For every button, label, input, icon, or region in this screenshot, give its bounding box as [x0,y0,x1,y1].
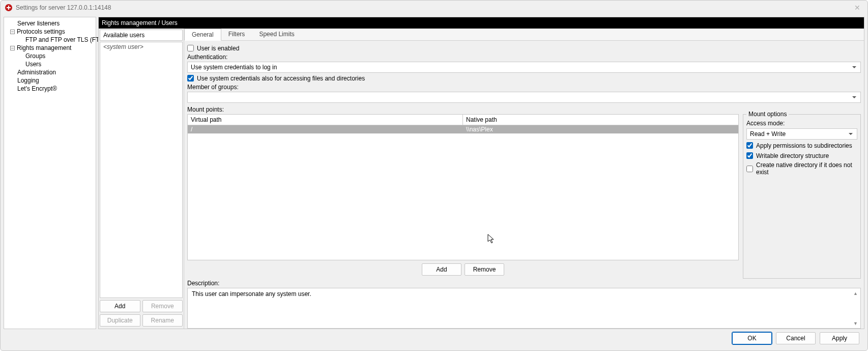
mount-virtual-path: / [188,125,463,133]
mount-options-legend: Mount options [746,111,789,118]
app-icon [5,4,13,12]
create-native-checkbox[interactable] [746,166,753,172]
nav-logging[interactable]: Logging [5,76,95,85]
authentication-value: Use system credentials to log in [191,64,277,71]
nav-lets-encrypt[interactable]: Let's Encrypt® [5,85,95,93]
available-users-header: Available users [100,30,183,41]
col-virtual-path[interactable]: Virtual path [188,115,463,125]
apply-button[interactable]: Apply [820,332,859,344]
mount-add-button[interactable]: Add [422,263,461,276]
apply-perms-checkbox[interactable] [746,142,753,149]
nav-tree: Server listeners Protocols settings FTP … [4,17,96,329]
access-mode-label: Access mode: [746,120,857,127]
mount-points-table[interactable]: Virtual path Native path / \\nas\Plex [187,114,739,260]
user-enabled-label: User is enabled [197,45,239,52]
close-icon[interactable]: ✕ [851,4,863,12]
description-label: Description: [187,280,861,287]
scroll-down-icon[interactable]: ▼ [852,319,859,327]
nav-ftp-ftps[interactable]: FTP and FTP over TLS (FTPS) [5,36,95,44]
tree-expand-icon[interactable] [10,46,15,50]
mount-row-selected[interactable]: / \\nas\Plex [188,125,738,133]
scroll-up-icon[interactable]: ▲ [852,289,859,297]
use-sys-credentials-label: Use system credentials also for accessin… [197,75,365,82]
member-groups-label: Member of groups: [187,84,861,91]
users-rename-button[interactable]: Rename [142,314,183,327]
svg-rect-2 [8,6,9,10]
tree-expand-icon[interactable] [10,30,15,34]
available-users-list[interactable]: <system user> [100,42,183,298]
member-groups-select[interactable] [187,92,861,103]
tab-general[interactable]: General [184,29,221,41]
users-remove-button[interactable]: Remove [142,300,183,312]
tab-filters[interactable]: Filters [221,29,252,40]
titlebar: Settings for server 127.0.0.1:14148 ✕ [1,1,867,15]
mount-native-path: \\nas\Plex [463,125,738,133]
writable-dir-checkbox[interactable] [746,152,753,159]
nav-protocols-settings[interactable]: Protocols settings [17,28,65,36]
authentication-select[interactable]: Use system credentials to log in [187,62,861,73]
nav-groups[interactable]: Groups [5,52,95,60]
nav-users[interactable]: Users [5,60,95,68]
create-native-label: Create native directory if it does not e… [756,161,857,176]
cancel-button[interactable]: Cancel [776,332,816,344]
description-text: This user can impersonate any system use… [192,290,311,298]
description-textarea[interactable]: This user can impersonate any system use… [187,288,861,329]
access-mode-value: Read + Write [750,130,786,138]
breadcrumb: Rights management / Users [99,17,864,29]
ok-button[interactable]: OK [732,332,772,344]
tabs: General Filters Speed Limits [184,29,864,41]
mount-remove-button[interactable]: Remove [465,263,504,276]
tab-speed-limits[interactable]: Speed Limits [252,29,301,40]
authentication-label: Authentication: [187,53,861,61]
user-enabled-checkbox[interactable] [187,45,194,51]
window-title: Settings for server 127.0.0.1:14148 [16,4,111,11]
apply-perms-label: Apply permissions to subdirectories [756,142,852,149]
nav-server-listeners[interactable]: Server listeners [5,19,95,28]
nav-administration[interactable]: Administration [5,68,95,76]
mount-options-group: Mount options Access mode: Read + Write [743,114,861,279]
access-mode-select[interactable]: Read + Write [746,128,857,140]
nav-rights-management[interactable]: Rights management [17,44,71,52]
use-sys-credentials-checkbox[interactable] [187,75,194,82]
users-add-button[interactable]: Add [100,300,140,312]
user-system-user[interactable]: <system user> [103,43,179,50]
col-native-path[interactable]: Native path [463,115,738,125]
writable-dir-label: Writable directory structure [756,152,829,159]
users-duplicate-button[interactable]: Duplicate [100,314,140,327]
